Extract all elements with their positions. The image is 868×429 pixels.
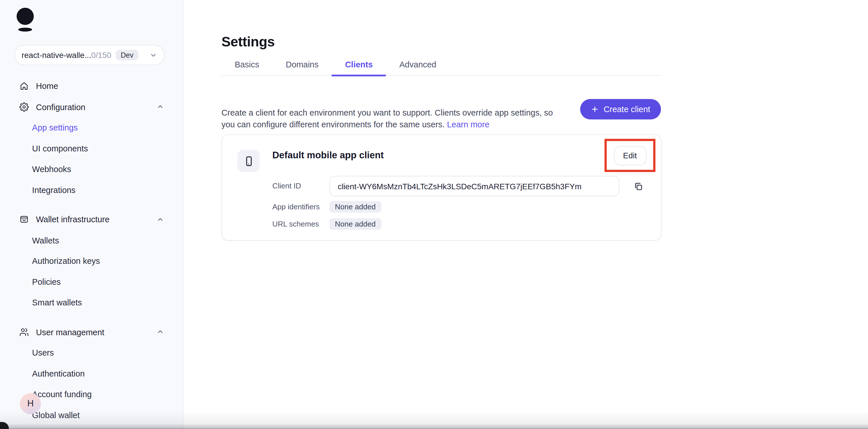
- project-name: react-native-walle...: [22, 51, 91, 59]
- client-id-label: Client ID: [272, 182, 301, 190]
- sidebar-item-label: Authorization keys: [32, 256, 100, 266]
- nav-section-gap: [0, 200, 183, 209]
- url-schemes-label: URL schemes: [272, 220, 319, 228]
- chevron-up-icon[interactable]: [157, 103, 164, 110]
- edit-button[interactable]: Edit: [614, 146, 646, 165]
- chevron-up-icon[interactable]: [157, 216, 164, 223]
- sidebar-item-home[interactable]: Home: [0, 76, 183, 96]
- sidebar-item-label: Users: [32, 348, 54, 358]
- chevron-up-icon[interactable]: [157, 328, 164, 335]
- app-root: react-native-walle... 0/150 Dev Home Con…: [0, 0, 868, 429]
- page-title: Settings: [221, 34, 275, 50]
- sidebar-item-smart-wallets[interactable]: Smart wallets: [0, 292, 183, 312]
- sidebar-item-label: Wallets: [32, 235, 59, 245]
- brand-logo-base-icon: [19, 28, 32, 31]
- sidebar-item-label: Global wallet: [32, 410, 80, 420]
- nav-section-gap: [0, 313, 183, 322]
- sidebar-item-label: UI components: [32, 144, 88, 153]
- sidebar-item-user-management[interactable]: User management: [0, 322, 183, 342]
- sidebar-item-wallets[interactable]: Wallets: [0, 230, 183, 250]
- sidebar-item-app-settings[interactable]: App settings: [0, 117, 183, 138]
- sidebar-item-label: App settings: [32, 123, 78, 132]
- home-icon: [19, 81, 29, 91]
- url-schemes-value-badge: None added: [329, 218, 381, 230]
- tab-domains[interactable]: Domains: [272, 60, 332, 76]
- client-card-title: Default mobile app client: [272, 150, 384, 161]
- client-type-iconbox: [237, 150, 259, 172]
- project-selector[interactable]: react-native-walle... 0/150 Dev: [14, 45, 164, 65]
- sidebar-item-users[interactable]: Users: [0, 342, 183, 363]
- sidebar-nav: Home Configuration App settings UI compo…: [0, 76, 183, 425]
- main-content: Settings Basics Domains Clients Advanced…: [184, 0, 868, 429]
- edit-highlight-annotation: Edit: [604, 139, 655, 172]
- app-identifiers-label: App identifiers: [272, 203, 320, 211]
- app-identifiers-value-badge: None added: [329, 201, 381, 212]
- tab-basics[interactable]: Basics: [221, 60, 272, 76]
- sidebar-item-label: Home: [36, 81, 58, 91]
- user-avatar[interactable]: H: [20, 393, 41, 414]
- sidebar-item-label: Webhooks: [32, 164, 71, 174]
- project-usage-count: 0/150: [91, 51, 112, 59]
- sidebar: react-native-walle... 0/150 Dev Home Con…: [0, 0, 183, 429]
- client-id-input[interactable]: [329, 176, 619, 196]
- sidebar-item-configuration[interactable]: Configuration: [0, 97, 183, 117]
- plus-icon: [591, 105, 599, 113]
- create-client-button[interactable]: Create client: [580, 99, 661, 119]
- sidebar-item-authorization-keys[interactable]: Authorization keys: [0, 251, 183, 271]
- sidebar-item-label: Policies: [32, 277, 61, 287]
- copy-icon[interactable]: [632, 181, 644, 192]
- environment-badge: Dev: [116, 50, 138, 61]
- sidebar-item-ui-components[interactable]: UI components: [0, 138, 183, 159]
- learn-more-link[interactable]: Learn more: [447, 120, 489, 129]
- client-card: Default mobile app client Edit Client ID…: [221, 134, 661, 240]
- sidebar-item-label: Configuration: [36, 102, 85, 111]
- wallet-icon: [19, 215, 29, 224]
- clients-description: Create a client for each environment you…: [221, 107, 562, 130]
- sidebar-item-webhooks[interactable]: Webhooks: [0, 159, 183, 179]
- chevron-down-icon: [150, 51, 157, 59]
- sidebar-item-label: Account funding: [32, 389, 92, 399]
- sidebar-item-label: Wallet infrastructure: [36, 215, 110, 224]
- tab-clients[interactable]: Clients: [332, 60, 386, 76]
- users-icon: [19, 327, 29, 337]
- sidebar-item-label: Integrations: [32, 185, 75, 195]
- gear-icon: [19, 102, 29, 111]
- sidebar-item-integrations[interactable]: Integrations: [0, 179, 183, 200]
- sidebar-item-wallet-infrastructure[interactable]: Wallet infrastructure: [0, 209, 183, 230]
- create-client-button-label: Create client: [603, 104, 650, 114]
- sidebar-item-label: User management: [36, 327, 104, 337]
- settings-tabbar: Basics Domains Clients Advanced: [221, 60, 661, 76]
- sidebar-item-policies[interactable]: Policies: [0, 271, 183, 292]
- tab-advanced[interactable]: Advanced: [386, 60, 450, 76]
- sidebar-item-label: Authentication: [32, 369, 85, 378]
- mobile-phone-icon: [243, 155, 254, 167]
- sidebar-item-authentication[interactable]: Authentication: [0, 363, 183, 384]
- avatar-initial: H: [27, 399, 34, 409]
- brand-logo-icon: [17, 8, 34, 25]
- sidebar-item-label: Smart wallets: [32, 298, 82, 307]
- clients-description-text: Create a client for each environment you…: [221, 108, 553, 129]
